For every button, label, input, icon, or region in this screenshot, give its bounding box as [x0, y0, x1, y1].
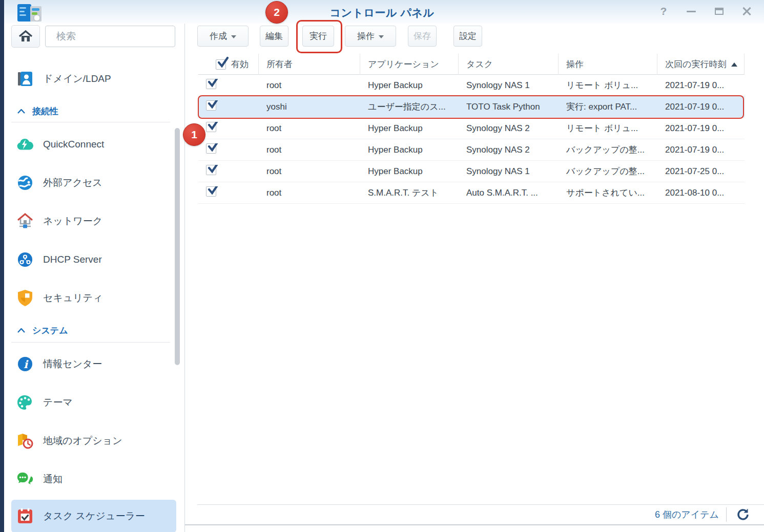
cell-application: Hyper Backup — [360, 166, 459, 177]
search-input[interactable] — [56, 31, 182, 42]
cell-application: Hyper Backup — [360, 80, 459, 91]
cell-application: ユーザー指定のス... — [360, 101, 459, 113]
sidebar-item-security[interactable]: セキュリティ — [11, 286, 176, 310]
cell-task: Synology NAS 2 — [459, 123, 559, 134]
sidebar-item-domain-ldap[interactable]: ドメイン/LDAP — [11, 67, 176, 91]
cell-task: TOTO Task Python — [459, 102, 559, 112]
cell-owner: root — [259, 123, 360, 134]
close-icon[interactable] — [740, 5, 753, 17]
regional-options-icon — [16, 432, 34, 450]
row-enabled-checkbox[interactable] — [206, 122, 216, 132]
minimize-icon[interactable] — [685, 5, 697, 17]
run-button[interactable]: 実行 — [302, 26, 334, 47]
table-row-selected[interactable]: yoshi ユーザー指定のス... TOTO Task Python 実行: e… — [198, 96, 745, 118]
sidebar-item-label: テーマ — [43, 396, 73, 409]
table-row[interactable]: root Hyper Backup Synology NAS 2 リモート ボリ… — [198, 118, 745, 139]
cell-next-run: 2021-08-10 0... — [657, 188, 745, 198]
table-header: 有効 所有者 アプリケーション タスク 操作 次回の実行時刻 — [198, 54, 745, 75]
chevron-down-icon — [379, 35, 384, 38]
cell-application: S.M.A.R.T. テスト — [360, 187, 459, 199]
annotation-step-1-badge: 1 — [183, 123, 205, 146]
cell-owner: root — [259, 166, 360, 177]
cell-next-run: 2021-07-19 0... — [657, 102, 745, 112]
home-icon — [18, 30, 33, 43]
cell-owner: root — [259, 188, 360, 198]
row-enabled-checkbox[interactable] — [206, 165, 216, 175]
column-header-enabled[interactable]: 有効 — [198, 54, 259, 75]
sidebar-item-info-center[interactable]: i 情報センター — [11, 352, 176, 376]
refresh-icon — [736, 508, 750, 521]
row-enabled-checkbox[interactable] — [206, 100, 216, 111]
column-header-application[interactable]: アプリケーション — [360, 54, 459, 75]
sidebar-section-connectivity[interactable]: 接続性 — [17, 105, 58, 117]
domain-ldap-icon — [16, 70, 34, 88]
divider — [185, 524, 764, 525]
sidebar-section-label: システム — [32, 325, 68, 336]
sidebar-scrollbar[interactable] — [175, 128, 180, 365]
settings-button[interactable]: 設定 — [453, 26, 482, 47]
select-all-checkbox[interactable] — [216, 59, 226, 70]
window-controls: ? — [657, 5, 753, 17]
item-count: 6 個のアイテム — [655, 508, 719, 521]
cell-action: バックアップの整... — [559, 144, 657, 156]
sidebar-item-label: ネットワーク — [43, 215, 102, 228]
sidebar-item-label: 外部アクセス — [43, 176, 102, 189]
table-row[interactable]: root Hyper Backup Synology NAS 1 リモート ボリ… — [198, 75, 745, 96]
table-row[interactable]: root Hyper Backup Synology NAS 2 バックアップの… — [198, 139, 745, 161]
sidebar-item-theme[interactable]: テーマ — [11, 390, 176, 415]
create-button[interactable]: 作成 — [197, 26, 249, 47]
cell-task: Auto S.M.A.R.T. ... — [459, 188, 559, 198]
cell-next-run: 2021-07-25 0... — [657, 166, 745, 177]
sidebar-item-task-scheduler[interactable]: タスク スケジューラー — [11, 500, 176, 532]
row-enabled-checkbox[interactable] — [206, 143, 216, 154]
sidebar-item-label: 通知 — [43, 473, 63, 486]
sidebar-section-label: 接続性 — [32, 105, 58, 117]
save-button[interactable]: 保存 — [408, 26, 437, 47]
sort-ascending-icon — [731, 62, 737, 67]
table-row[interactable]: root S.M.A.R.T. テスト Auto S.M.A.R.T. ... … — [198, 182, 745, 204]
sidebar-item-quickconnect[interactable]: QuickConnect — [11, 132, 176, 157]
network-icon — [16, 212, 34, 230]
divider — [197, 504, 764, 505]
column-header-task[interactable]: タスク — [459, 54, 559, 75]
sidebar-item-label: 地域のオプション — [43, 434, 122, 448]
refresh-button[interactable] — [735, 507, 751, 522]
external-access-icon — [16, 174, 34, 191]
row-enabled-checkbox[interactable] — [206, 79, 216, 89]
chevron-up-icon — [17, 328, 25, 333]
divider — [726, 507, 727, 522]
sidebar-item-notification[interactable]: 通知 — [11, 467, 176, 492]
cell-action: リモート ボリュ... — [559, 122, 657, 134]
column-header-next-run[interactable]: 次回の実行時刻 — [657, 54, 745, 75]
info-center-icon: i — [16, 355, 34, 373]
row-enabled-checkbox[interactable] — [206, 186, 216, 197]
home-button[interactable] — [11, 25, 40, 48]
cell-action: リモート ボリュ... — [559, 79, 657, 91]
edit-button[interactable]: 編集 — [260, 26, 288, 47]
column-header-action[interactable]: 操作 — [559, 54, 657, 75]
search-box — [45, 26, 175, 47]
cell-owner: root — [259, 145, 360, 155]
help-icon[interactable]: ? — [657, 5, 670, 17]
titlebar: コントロール パネル ? — [0, 0, 764, 24]
divider — [11, 342, 170, 343]
divider — [11, 122, 170, 122]
sidebar-section-system[interactable]: システム — [17, 325, 68, 336]
sidebar-item-external-access[interactable]: 外部アクセス — [11, 171, 176, 195]
sidebar-item-network[interactable]: ネットワーク — [11, 209, 176, 233]
actions-button[interactable]: 操作 — [345, 26, 396, 47]
table-row[interactable]: root Hyper Backup Synology NAS 1 バックアップの… — [198, 161, 745, 182]
chevron-down-icon — [231, 35, 236, 38]
cell-next-run: 2021-07-19 0... — [657, 80, 745, 91]
cell-owner: yoshi — [259, 102, 360, 112]
sidebar-item-label: セキュリティ — [43, 291, 103, 305]
column-header-owner[interactable]: 所有者 — [259, 54, 360, 75]
cell-next-run: 2021-07-19 0... — [657, 145, 745, 155]
page-title: コントロール パネル — [0, 6, 764, 20]
cell-task: Synology NAS 1 — [459, 166, 559, 177]
sidebar-item-regional-options[interactable]: 地域のオプション — [11, 429, 176, 453]
sidebar-item-dhcp-server[interactable]: DHCP Server — [11, 247, 176, 272]
sidebar-item-label: DHCP Server — [43, 254, 102, 265]
cell-application: Hyper Backup — [360, 123, 459, 134]
maximize-icon[interactable] — [713, 5, 725, 17]
